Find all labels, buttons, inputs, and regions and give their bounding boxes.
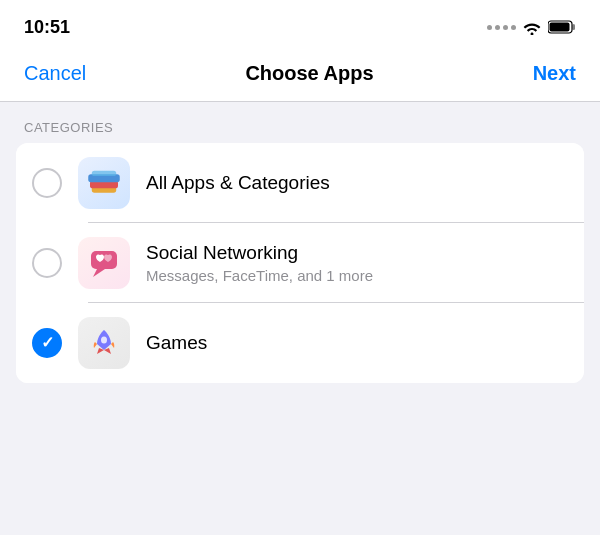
categories-list: All Apps & Categories Social Networking … (16, 143, 584, 383)
battery-icon (548, 20, 576, 34)
nav-bar: Cancel Choose Apps Next (0, 50, 600, 102)
list-item-games[interactable]: Games (16, 303, 584, 383)
categories-header: CATEGORIES (0, 102, 600, 143)
svg-point-9 (101, 337, 107, 344)
radio-games[interactable] (32, 328, 62, 358)
next-button[interactable]: Next (533, 62, 576, 85)
games-text: Games (146, 332, 207, 354)
page-title: Choose Apps (245, 62, 373, 85)
svg-rect-1 (573, 24, 576, 30)
radio-social[interactable] (32, 248, 62, 278)
svg-marker-8 (93, 269, 105, 277)
all-apps-text: All Apps & Categories (146, 172, 330, 194)
svg-rect-7 (91, 251, 117, 269)
cancel-button[interactable]: Cancel (24, 62, 86, 85)
status-icons (487, 20, 576, 35)
social-text: Social Networking Messages, FaceTime, an… (146, 242, 373, 284)
list-item-social[interactable]: Social Networking Messages, FaceTime, an… (16, 223, 584, 303)
dot-4 (511, 25, 516, 30)
social-subtitle: Messages, FaceTime, and 1 more (146, 267, 373, 284)
social-title: Social Networking (146, 242, 373, 264)
wifi-icon (522, 20, 542, 35)
dot-2 (495, 25, 500, 30)
list-item-all-apps[interactable]: All Apps & Categories (16, 143, 584, 223)
signal-dots (487, 25, 516, 30)
social-icon (78, 237, 130, 289)
all-apps-icon (78, 157, 130, 209)
status-time: 10:51 (24, 17, 70, 38)
svg-rect-2 (550, 23, 570, 32)
all-apps-title: All Apps & Categories (146, 172, 330, 194)
dot-3 (503, 25, 508, 30)
radio-all-apps[interactable] (32, 168, 62, 198)
games-icon (78, 317, 130, 369)
games-title: Games (146, 332, 207, 354)
dot-1 (487, 25, 492, 30)
svg-rect-6 (92, 171, 117, 176)
status-bar: 10:51 (0, 0, 600, 50)
